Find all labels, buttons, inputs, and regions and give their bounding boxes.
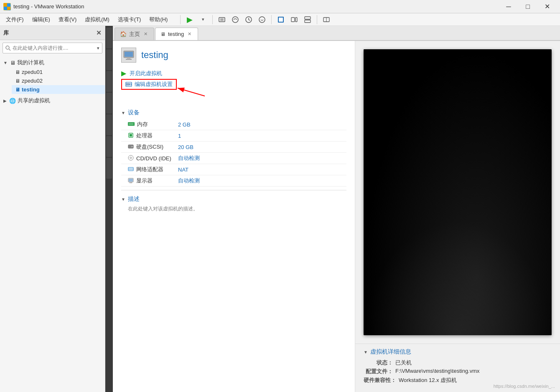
hw-label: 硬件兼容性： (364, 377, 396, 384)
play-dropdown-button[interactable]: ▾ (197, 14, 209, 25)
display-label: 显示器 (136, 177, 153, 185)
svg-rect-29 (129, 123, 130, 125)
search-input[interactable] (13, 45, 95, 51)
view-btn-2[interactable] (288, 14, 300, 25)
edit-vm-label: 编辑虚拟机设置 (135, 81, 173, 88)
vm-icon-3: 🖥 (15, 87, 20, 93)
svg-rect-24 (126, 83, 130, 86)
maximize-button[interactable]: □ (518, 0, 537, 13)
devices-section-header[interactable]: ▼ 设备 (121, 109, 346, 116)
menu-vm[interactable]: 虚拟机(M) (81, 14, 114, 25)
edit-vm-annotation: 编辑虚拟机设置 (121, 79, 346, 104)
description-text: 在此处键入对该虚拟机的描述。 (121, 205, 346, 212)
left-taskbar (105, 26, 113, 392)
network-value: NAT (178, 167, 188, 173)
menu-edit[interactable]: 编辑(E) (28, 14, 54, 25)
tree-my-computer[interactable]: ▼ 🖥 我的计算机 (0, 58, 105, 68)
svg-rect-10 (279, 18, 283, 22)
status-label: 状态： (364, 359, 393, 367)
search-box[interactable]: ▾ (3, 43, 102, 53)
sidebar-item-testing[interactable]: 🖥 testing (12, 85, 105, 94)
svg-rect-11 (291, 18, 295, 22)
divider (121, 190, 346, 190)
tab-home-close[interactable]: ✕ (143, 31, 149, 37)
toolbar-btn-4[interactable] (256, 14, 268, 25)
watermark: https://blog.csdn.me/weixin_... (494, 384, 555, 389)
toolbar-btn-2[interactable] (229, 14, 241, 25)
search-dropdown-button[interactable]: ▾ (97, 46, 99, 51)
cpu-value: 1 (178, 133, 181, 139)
svg-rect-22 (126, 59, 132, 60)
tab-testing-close[interactable]: ✕ (186, 31, 193, 37)
minimize-button[interactable]: ─ (499, 0, 518, 13)
svg-point-25 (130, 83, 131, 85)
vm-right-panel: ▼ 虚拟机详细信息 状态： 已关机 配置文件： F:\VMware\vms\te… (355, 41, 560, 392)
toolbar-separator-1 (180, 15, 181, 24)
vm-title-row: testing (121, 48, 346, 63)
toolbar-btn-3[interactable] (243, 14, 255, 25)
menu-file[interactable]: 文件(F) (2, 14, 28, 25)
tab-testing-icon: 🖥 (160, 31, 165, 37)
my-computer-label: 我的计算机 (17, 59, 44, 66)
view-btn-4[interactable] (321, 14, 332, 25)
vm-label-3: testing (22, 86, 40, 93)
sidebar-close-button[interactable]: ✕ (96, 29, 102, 37)
svg-rect-5 (220, 18, 224, 21)
svg-rect-13 (305, 17, 311, 19)
vm-preview[interactable] (364, 49, 552, 335)
view-btn-1[interactable] (275, 14, 287, 25)
edit-settings-icon (125, 81, 132, 88)
svg-rect-3 (7, 7, 10, 10)
expand-icon: ▼ (3, 61, 8, 65)
toolbar-btn-1[interactable] (216, 14, 228, 25)
tab-home-label: 主页 (129, 30, 140, 38)
devices-list: 内存 2 GB 处理器 1 (121, 119, 346, 187)
shared-icon: 🌐 (9, 98, 16, 104)
svg-point-6 (232, 17, 238, 23)
sidebar-title: 库 (3, 29, 9, 37)
edit-vm-button[interactable]: 编辑虚拟机设置 (121, 79, 177, 90)
shared-label: 共享的虚拟机 (18, 97, 50, 104)
menu-view[interactable]: 查看(V) (54, 14, 81, 25)
svg-rect-30 (130, 123, 131, 125)
view-btn-3[interactable] (302, 14, 313, 25)
expand-icon-shared: ▶ (3, 99, 7, 103)
svg-point-36 (132, 146, 133, 147)
vm-details-section-header[interactable]: ▼ 虚拟机详细信息 (364, 348, 552, 356)
details-section-label: 虚拟机详细信息 (370, 348, 411, 356)
toolbar-separator-2 (212, 15, 213, 24)
description-section-header[interactable]: ▼ 描述 (121, 195, 346, 203)
tab-home[interactable]: 🏠 主页 ✕ (115, 28, 154, 40)
taskbar-item-2[interactable] (106, 49, 112, 70)
display-icon (128, 177, 134, 185)
devices-section-label: 设备 (128, 109, 140, 116)
network-label: 网络适配器 (136, 166, 163, 173)
start-vm-label: 开启此虚拟机 (130, 70, 162, 77)
tab-testing-label: testing (168, 31, 184, 37)
menu-tab[interactable]: 选项卡(T) (114, 14, 145, 25)
toolbar-separator-4 (317, 15, 317, 24)
sidebar-item-zpedu01[interactable]: 🖥 zpedu01 (12, 68, 105, 76)
taskbar-item-1[interactable] (106, 28, 112, 48)
sidebar-item-shared[interactable]: ▶ 🌐 共享的虚拟机 (0, 96, 105, 106)
taskbar-item-5[interactable] (106, 114, 112, 135)
taskbar-item-6[interactable] (106, 136, 112, 157)
menu-help[interactable]: 帮助(H) (145, 14, 172, 25)
start-vm-action[interactable]: ▶ 开启此虚拟机 (121, 69, 346, 77)
play-button[interactable]: ▶ (184, 14, 196, 25)
svg-rect-20 (125, 52, 133, 57)
detail-row-hw: 硬件兼容性： Workstation 12.x 虚拟机 (364, 377, 552, 384)
taskbar-item-7[interactable] (106, 158, 112, 179)
svg-rect-34 (130, 134, 132, 137)
sidebar-header: 库 ✕ (0, 26, 105, 40)
sidebar-tree: ▼ 🖥 我的计算机 🖥 zpedu01 🖥 zpedu02 🖥 testing (0, 56, 105, 392)
tab-testing[interactable]: 🖥 testing ✕ (155, 28, 198, 40)
close-button[interactable]: ✕ (537, 0, 557, 13)
device-row-cpu: 处理器 1 (121, 130, 346, 142)
taskbar-item-3[interactable] (106, 71, 112, 92)
taskbar-item-4[interactable] (106, 93, 112, 114)
sidebar-item-zpedu02[interactable]: 🖥 zpedu02 (12, 76, 105, 85)
tab-bar: 🏠 主页 ✕ 🖥 testing ✕ (113, 26, 560, 41)
config-value: F:\VMware\vms\testing\testing.vmx (395, 368, 480, 374)
memory-icon (128, 121, 135, 128)
